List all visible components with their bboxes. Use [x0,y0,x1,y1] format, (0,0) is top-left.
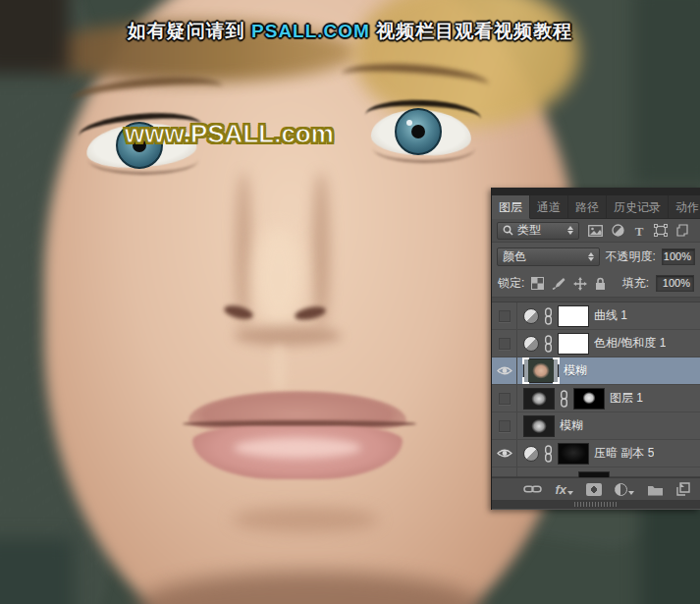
visibility-toggle[interactable] [492,440,517,467]
kind-select-label: 类型 [517,222,541,239]
layer-name[interactable]: 压暗 副本 5 [594,445,654,462]
adjustment-layer-icon [523,308,539,324]
search-icon [503,225,513,236]
new-group-icon[interactable] [647,483,664,496]
tab-history[interactable]: 历史记录 [607,195,669,218]
kind-select-spinner-icon [567,226,573,235]
mask-link-icon [560,390,568,408]
layer-row-partial[interactable] [492,467,700,477]
opacity-label: 不透明度: [606,248,656,265]
upper-lip [188,391,406,430]
nose-shadow-right [312,172,330,329]
background-corner-bottom-left [0,538,74,604]
layer-name[interactable]: 图层 1 [610,390,643,407]
layer-thumbnail-selected[interactable] [523,358,559,383]
visibility-off-box [499,338,511,350]
blend-mode-spinner-icon [588,252,594,261]
layers-panel-footer: fx [492,477,700,500]
layer-row-curves-1[interactable]: 曲线 1 [492,302,700,330]
visibility-toggle[interactable] [492,385,517,412]
visibility-toggle[interactable] [492,357,517,384]
add-layer-mask-icon[interactable] [586,483,602,496]
blend-mode-select[interactable]: 颜色 [497,247,600,266]
fill-value-field[interactable]: 100% [656,275,694,292]
under-eyelash-left [88,145,198,175]
opacity-value-field[interactable]: 100% [662,248,695,265]
adjustment-caret-icon [628,491,634,495]
blend-mode-bar: 颜色 不透明度: 100% [492,243,700,270]
pixel-layer-filter-icon[interactable] [588,225,603,237]
panel-tab-bar: 图层 通道 路径 历史记录 动作 [492,195,700,219]
visibility-toggle [492,467,517,476]
visibility-toggle[interactable] [492,330,517,357]
adjustment-layer-filter-icon[interactable] [612,224,624,237]
layer-row-layer-1[interactable]: 图层 1 [492,385,700,412]
fx-label: fx [555,483,566,496]
lock-label: 锁定: [498,275,524,292]
visibility-toggle[interactable] [492,302,517,329]
banner-suffix: 视频栏目观看视频教程 [370,21,572,41]
tab-actions[interactable]: 动作 [669,195,700,218]
layer-mask-thumbnail[interactable] [573,388,605,410]
mask-link-icon [544,445,553,463]
new-layer-icon[interactable] [676,482,690,496]
adjustment-layer-icon [523,336,539,352]
layer-thumbnail[interactable] [523,388,555,410]
layer-filter-bar: 类型 T [492,219,700,243]
eyebrow-right [341,60,490,99]
fx-caret-icon [567,491,573,495]
layer-thumbnail[interactable] [523,415,555,437]
selection-corner-icon [522,377,529,384]
mask-link-icon [544,307,553,325]
nose-highlight [253,226,304,329]
selection-corner-icon [522,357,529,364]
layer-mask-thumbnail[interactable] [558,443,589,465]
adjustment-layer-icon [523,446,539,462]
under-eyelash-right [373,134,475,163]
layer-style-icon[interactable]: fx [555,483,573,496]
screenshot-canvas: 如有疑问请到 PSALL.COM 视频栏目观看视频教程 www.PSALL.co… [0,0,700,604]
lock-position-icon[interactable] [573,277,587,291]
nostril-right [294,304,327,322]
panel-resize-bar[interactable] [492,500,700,509]
iris-right [395,108,442,155]
new-adjustment-layer-icon[interactable] [615,483,634,496]
hood-left [0,0,123,604]
type-layer-filter-icon[interactable]: T [633,225,645,237]
lock-all-icon[interactable] [595,277,606,291]
layer-row-blur-selected[interactable]: 模糊 [492,357,700,385]
layer-row-blur-2[interactable]: 模糊 [492,412,700,440]
layer-name[interactable]: 曲线 1 [594,307,627,324]
banner-text: 如有疑问请到 PSALL.COM 视频栏目观看视频教程 [0,19,700,44]
layer-row-hue-saturation-1[interactable]: 色相/饱和度 1 [492,330,700,357]
tab-layers[interactable]: 图层 [492,195,530,219]
layer-list: 曲线 1 色相/饱和度 1 [492,302,700,477]
svg-text:T: T [635,225,644,237]
layer-mask-thumbnail[interactable] [558,333,589,355]
layer-name[interactable]: 模糊 [564,362,587,379]
layer-mask-thumbnail[interactable] [558,305,589,327]
lock-icons [531,277,606,291]
layer-row-darken-copy-5[interactable]: 压暗 副本 5 [492,440,700,467]
blend-mode-value: 颜色 [503,248,526,265]
layer-name[interactable]: 模糊 [560,417,583,434]
fill-label: 填充: [622,275,649,292]
mouth-line [183,420,416,427]
smart-object-filter-icon[interactable] [676,224,688,237]
lower-lip [192,426,403,479]
visibility-off-box [499,420,511,432]
lock-bar: 锁定: 填充: 100% [492,270,700,298]
lock-pixels-icon[interactable] [552,277,565,290]
visibility-toggle[interactable] [492,412,517,439]
philtrum [271,346,287,391]
shape-layer-filter-icon[interactable] [654,224,668,237]
layer-name[interactable]: 色相/饱和度 1 [594,335,666,352]
tab-channels[interactable]: 通道 [530,195,568,218]
watermark: www.PSALL.com [125,119,334,149]
layer-filter-kind-select[interactable]: 类型 [497,222,579,240]
lock-transparency-icon[interactable] [531,277,544,290]
link-layers-icon[interactable] [523,484,542,494]
visibility-off-box [499,393,511,405]
eye-icon [497,365,512,376]
tab-paths[interactable]: 路径 [568,195,607,218]
